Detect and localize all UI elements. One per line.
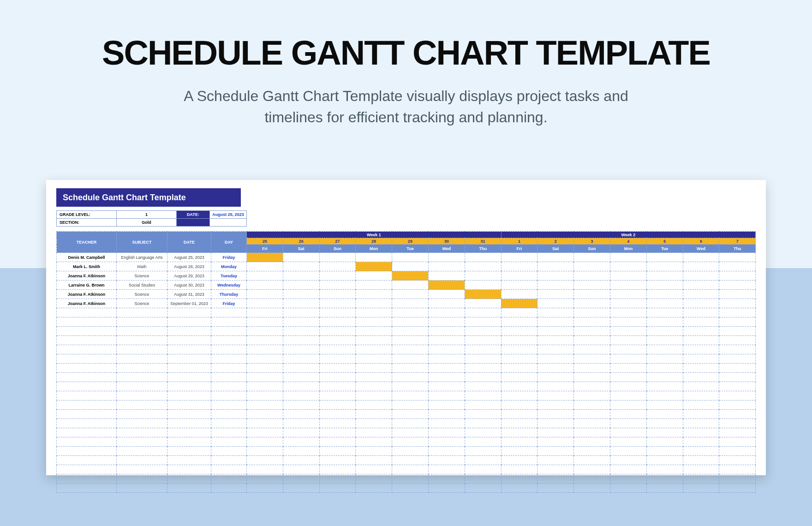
empty-cell[interactable] [392, 308, 429, 317]
empty-cell[interactable] [57, 410, 117, 419]
empty-cell[interactable] [719, 484, 756, 493]
empty-cell[interactable] [428, 364, 465, 373]
empty-cell[interactable] [465, 364, 501, 373]
empty-cell[interactable] [247, 428, 283, 437]
empty-cell[interactable] [683, 391, 719, 400]
gantt-cell[interactable] [574, 253, 610, 262]
empty-cell[interactable] [283, 465, 319, 474]
gantt-cell[interactable] [319, 262, 356, 271]
gantt-cell[interactable] [719, 253, 756, 262]
empty-cell[interactable] [465, 465, 501, 474]
gantt-cell[interactable] [719, 262, 756, 271]
empty-cell[interactable] [719, 345, 756, 354]
empty-cell[interactable] [283, 419, 319, 428]
gantt-cell[interactable] [428, 299, 465, 308]
empty-cell[interactable] [117, 474, 167, 484]
empty-cell[interactable] [683, 410, 719, 419]
empty-cell[interactable] [574, 437, 610, 447]
cell-day[interactable]: Friday [211, 253, 247, 262]
empty-cell[interactable] [428, 391, 465, 400]
empty-cell[interactable] [501, 474, 537, 484]
empty-cell[interactable] [610, 484, 647, 493]
empty-cell[interactable] [428, 465, 465, 474]
cell-subject[interactable]: Science [117, 290, 167, 299]
empty-cell[interactable] [356, 437, 392, 447]
empty-cell[interactable] [683, 400, 719, 410]
empty-cell[interactable] [501, 354, 537, 364]
gantt-cell[interactable] [392, 281, 429, 290]
empty-cell[interactable] [646, 317, 683, 327]
gantt-cell[interactable] [610, 290, 647, 299]
table-row[interactable] [57, 327, 756, 336]
empty-cell[interactable] [283, 336, 319, 345]
empty-cell[interactable] [683, 327, 719, 336]
gantt-cell[interactable] [610, 281, 647, 290]
empty-cell[interactable] [57, 419, 117, 428]
empty-cell[interactable] [392, 364, 429, 373]
empty-cell[interactable] [356, 345, 392, 354]
empty-cell[interactable] [610, 410, 647, 419]
cell-date[interactable]: August 29, 2023 [167, 271, 211, 281]
empty-cell[interactable] [247, 400, 283, 410]
gantt-cell[interactable] [683, 299, 719, 308]
empty-cell[interactable] [646, 391, 683, 400]
gantt-cell[interactable] [465, 271, 501, 281]
empty-cell[interactable] [501, 308, 537, 317]
empty-cell[interactable] [211, 437, 247, 447]
empty-cell[interactable] [428, 447, 465, 456]
empty-cell[interactable] [319, 345, 356, 354]
cell-day[interactable]: Friday [211, 299, 247, 308]
empty-cell[interactable] [719, 465, 756, 474]
empty-cell[interactable] [319, 484, 356, 493]
gantt-cell[interactable] [247, 253, 283, 262]
empty-cell[interactable] [319, 354, 356, 364]
gantt-cell[interactable] [465, 290, 501, 299]
empty-cell[interactable] [574, 354, 610, 364]
gantt-cell[interactable] [501, 290, 537, 299]
empty-cell[interactable] [211, 474, 247, 484]
gantt-cell[interactable] [283, 281, 319, 290]
empty-cell[interactable] [356, 484, 392, 493]
gantt-cell[interactable] [283, 299, 319, 308]
empty-cell[interactable] [283, 391, 319, 400]
gantt-cell[interactable] [247, 290, 283, 299]
empty-cell[interactable] [356, 327, 392, 336]
gantt-cell[interactable] [683, 253, 719, 262]
gantt-cell[interactable] [283, 262, 319, 271]
empty-cell[interactable] [211, 336, 247, 345]
gantt-cell[interactable] [356, 262, 392, 271]
empty-cell[interactable] [719, 410, 756, 419]
empty-cell[interactable] [537, 437, 574, 447]
empty-cell[interactable] [501, 364, 537, 373]
gantt-cell[interactable] [501, 253, 537, 262]
table-row[interactable]: Joanna F. AtkinsonScienceSeptember 01, 2… [57, 299, 756, 308]
empty-cell[interactable] [465, 373, 501, 382]
empty-cell[interactable] [646, 456, 683, 465]
empty-cell[interactable] [167, 373, 211, 382]
empty-cell[interactable] [211, 410, 247, 419]
cell-teacher[interactable]: Mark L. Smith [57, 262, 117, 271]
empty-cell[interactable] [319, 400, 356, 410]
empty-cell[interactable] [501, 447, 537, 456]
empty-cell[interactable] [428, 484, 465, 493]
empty-cell[interactable] [428, 419, 465, 428]
empty-cell[interactable] [646, 336, 683, 345]
empty-cell[interactable] [465, 382, 501, 391]
empty-cell[interactable] [537, 336, 574, 345]
empty-cell[interactable] [211, 465, 247, 474]
empty-cell[interactable] [319, 437, 356, 447]
empty-cell[interactable] [537, 447, 574, 456]
empty-cell[interactable] [719, 400, 756, 410]
empty-cell[interactable] [392, 474, 429, 484]
empty-cell[interactable] [283, 364, 319, 373]
table-row[interactable] [57, 437, 756, 447]
empty-cell[interactable] [392, 317, 429, 327]
empty-cell[interactable] [646, 484, 683, 493]
table-row[interactable] [57, 336, 756, 345]
empty-cell[interactable] [465, 410, 501, 419]
empty-cell[interactable] [57, 317, 117, 327]
empty-cell[interactable] [719, 354, 756, 364]
empty-cell[interactable] [319, 308, 356, 317]
empty-cell[interactable] [610, 373, 647, 382]
empty-cell[interactable] [247, 419, 283, 428]
